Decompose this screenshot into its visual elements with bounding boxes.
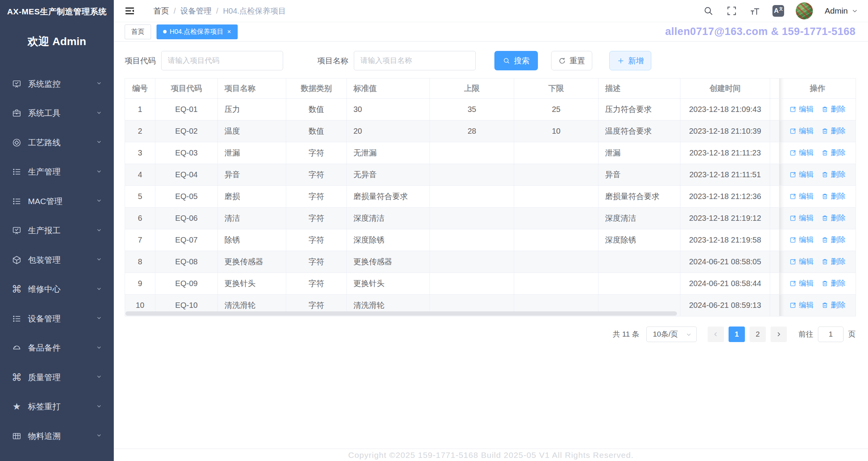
cell-lower — [514, 164, 598, 186]
cell-type: 字符 — [286, 186, 347, 208]
cell-type: 数值 — [286, 99, 347, 120]
breadcrumb-item-1[interactable]: 设备管理 — [181, 6, 212, 16]
reset-button[interactable]: 重置 — [551, 51, 592, 70]
delete-button[interactable]: 删除 — [821, 148, 845, 158]
monitor-icon — [12, 79, 22, 89]
name-input[interactable] — [354, 51, 476, 70]
total-count: 共 11 条 — [613, 329, 639, 339]
cell-no: 2 — [125, 120, 155, 142]
cell-lower — [514, 229, 598, 251]
delete-button[interactable]: 删除 — [821, 300, 845, 310]
column-header-code: 项目代码 — [155, 79, 218, 99]
font-size-icon[interactable] — [749, 5, 761, 17]
cell-upper — [430, 186, 514, 208]
user-menu[interactable]: Admin — [825, 6, 858, 16]
sidebar-fold-icon[interactable] — [124, 5, 136, 17]
sidebar-item-9[interactable]: 备品备件 — [0, 334, 114, 363]
sidebar-item-label: 维修中心 — [28, 284, 96, 295]
cell-desc: 异音 — [598, 164, 680, 186]
edit-button[interactable]: 编辑 — [790, 213, 814, 223]
code-input[interactable] — [161, 51, 283, 70]
trash-icon — [821, 280, 828, 287]
tag-close-icon[interactable]: × — [227, 28, 231, 36]
delete-button[interactable]: 删除 — [821, 126, 845, 136]
sidebar-item-5[interactable]: 生产报工 — [0, 216, 114, 246]
delete-button[interactable]: 删除 — [821, 235, 845, 245]
edit-button[interactable]: 编辑 — [790, 257, 814, 267]
cell-type: 字符 — [286, 142, 347, 164]
sidebar-item-4[interactable]: MAC管理 — [0, 187, 114, 216]
cell-lower — [514, 273, 598, 295]
cell-actions: 编辑删除 — [779, 251, 856, 273]
cell-lower — [514, 186, 598, 208]
sidebar-item-10[interactable]: ⌘质量管理 — [0, 363, 114, 392]
sidebar-item-12[interactable]: 物料追溯 — [0, 421, 114, 451]
delete-button[interactable]: 删除 — [821, 213, 845, 223]
table-row: 7EQ-07除锈字符深度除锈深度除锈2023-12-18 21:19:58编辑删… — [125, 229, 856, 251]
sidebar-item-11[interactable]: ★标签重打 — [0, 392, 114, 422]
sidebar-item-label: 标签重打 — [28, 401, 96, 412]
tag-active[interactable]: H04.点检保养项目 × — [157, 24, 238, 39]
edit-button[interactable]: 编辑 — [790, 169, 814, 180]
edit-icon — [790, 171, 797, 178]
column-header-created: 创建时间 — [680, 79, 770, 99]
cell-no: 1 — [125, 99, 155, 120]
delete-button[interactable]: 删除 — [821, 278, 845, 288]
cell-no: 4 — [125, 164, 155, 186]
sidebar-item-2[interactable]: 工艺路线 — [0, 128, 114, 157]
star-icon: ★ — [12, 402, 22, 412]
horizontal-scrollbar[interactable] — [125, 311, 677, 316]
delete-button[interactable]: 删除 — [821, 169, 845, 180]
sidebar-item-6[interactable]: 包装管理 — [0, 245, 114, 275]
tag-home[interactable]: 首页 — [125, 24, 151, 39]
delete-button[interactable]: 删除 — [821, 104, 845, 114]
page-size-select[interactable]: 10条/页 — [646, 327, 697, 342]
column-header-upper: 上限 — [430, 79, 514, 99]
edit-icon — [790, 106, 797, 113]
edit-button[interactable]: 编辑 — [790, 148, 814, 158]
sidebar-item-1[interactable]: 系统工具 — [0, 99, 114, 128]
breadcrumb-item-0[interactable]: 首页 — [153, 6, 169, 16]
page-button-1[interactable]: 1 — [729, 327, 745, 342]
cell-no: 7 — [125, 229, 155, 251]
edit-icon — [790, 236, 797, 243]
sidebar-item-3[interactable]: 生产管理 — [0, 157, 114, 187]
sidebar-item-7[interactable]: ⌘维修中心 — [0, 275, 114, 304]
search-icon[interactable] — [703, 5, 714, 17]
cell-std: 磨损量符合要求 — [347, 186, 430, 208]
add-button[interactable]: 新增 — [609, 51, 651, 70]
column-header-type: 数据类别 — [286, 79, 347, 99]
cell-name: 更换传感器 — [218, 251, 286, 273]
delete-button[interactable]: 删除 — [821, 191, 845, 201]
prev-page-button[interactable] — [708, 327, 724, 342]
language-icon[interactable]: A文 — [772, 5, 784, 17]
cell-code: EQ-02 — [155, 120, 218, 142]
table-row: 5EQ-05磨损字符磨损量符合要求磨损量符合要求2023-12-18 21:12… — [125, 186, 856, 208]
sidebar-item-0[interactable]: 系统监控 — [0, 69, 114, 99]
delete-button[interactable]: 删除 — [821, 257, 845, 267]
page-button-2[interactable]: 2 — [750, 327, 766, 342]
pager: 12 — [708, 327, 787, 342]
breadcrumb-item-2: H04.点检保养项目 — [223, 6, 286, 16]
sidebar-item-label: 包装管理 — [28, 255, 96, 265]
avatar[interactable] — [796, 2, 813, 19]
sidebar-item-label: 备品备件 — [28, 342, 96, 353]
edit-button[interactable]: 编辑 — [790, 191, 814, 201]
sidebar-item-label: 物料追溯 — [28, 431, 96, 442]
edit-button[interactable]: 编辑 — [790, 278, 814, 288]
cell-no: 6 — [125, 208, 155, 229]
cell-actions: 编辑删除 — [779, 273, 856, 295]
edit-button[interactable]: 编辑 — [790, 126, 814, 136]
trash-icon — [821, 215, 828, 222]
next-page-button[interactable] — [771, 327, 787, 342]
edit-button[interactable]: 编辑 — [790, 300, 814, 310]
chevron-right-icon — [776, 331, 782, 337]
edit-button[interactable]: 编辑 — [790, 104, 814, 114]
sidebar-item-13[interactable]: ★报表中心 — [0, 451, 114, 461]
goto-page-input[interactable] — [818, 327, 844, 342]
sidebar-item-8[interactable]: 设备管理 — [0, 304, 114, 334]
cell-code: EQ-01 — [155, 99, 218, 120]
edit-button[interactable]: 编辑 — [790, 235, 814, 245]
search-button[interactable]: 搜索 — [494, 51, 538, 70]
fullscreen-icon[interactable] — [726, 5, 738, 17]
